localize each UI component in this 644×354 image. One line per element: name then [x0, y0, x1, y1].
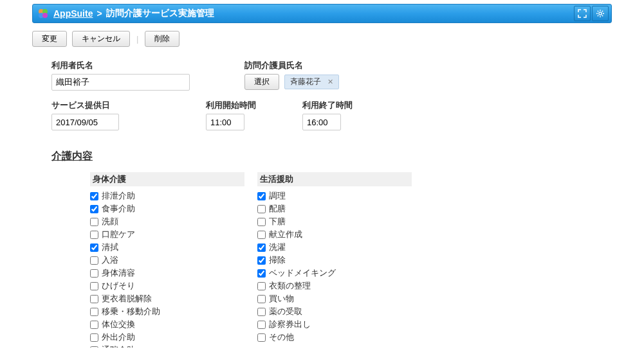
checkbox-label[interactable]: 清拭	[102, 242, 118, 253]
app-header: AppSuite > 訪問介護サービス実施管理	[32, 4, 612, 23]
checkbox[interactable]	[257, 269, 266, 278]
app-logo-icon	[37, 7, 50, 20]
checkbox[interactable]	[257, 295, 266, 303]
check-item: 入浴	[90, 254, 244, 266]
checkbox[interactable]	[90, 321, 98, 329]
checkbox-label[interactable]: 献立作成	[269, 229, 302, 240]
checkbox-label[interactable]: 口腔ケア	[102, 229, 135, 240]
user-label: 利用者氏名	[51, 60, 219, 71]
life-support-list: 調理配膳下膳献立作成洗濯掃除ベッドメイキング衣類の整理買い物薬の受取診察券出しそ…	[257, 190, 412, 343]
check-item: 掃除	[257, 254, 412, 266]
row-names: 利用者氏名 訪問介護員氏名 選択 斉藤花子 ✕	[51, 60, 593, 91]
checkbox[interactable]	[257, 231, 266, 239]
checkbox-label[interactable]: ベッドメイキング	[269, 267, 336, 279]
checkbox-label[interactable]: 診察券出し	[269, 319, 311, 330]
checkbox-label[interactable]: 衣類の整理	[269, 280, 311, 292]
checkbox-label[interactable]: 身体清容	[102, 267, 135, 279]
settings-button[interactable]	[592, 6, 609, 21]
checkbox[interactable]	[257, 218, 266, 226]
checkbox-label[interactable]: 薬の受取	[269, 306, 302, 317]
checkbox-label[interactable]: 掃除	[269, 254, 286, 266]
checkbox[interactable]	[90, 308, 98, 316]
check-item: 調理	[257, 190, 412, 202]
field-start-time: 利用開始時間	[206, 100, 277, 130]
checkbox[interactable]	[90, 243, 98, 252]
end-time-input[interactable]	[302, 114, 341, 130]
checkbox-label[interactable]: ひげそり	[102, 280, 135, 292]
select-helper-button[interactable]: 選択	[244, 74, 279, 90]
checkbox-label[interactable]: 通院介助	[102, 344, 135, 348]
svg-point-4	[599, 12, 602, 15]
checkbox[interactable]	[90, 295, 98, 303]
checkbox[interactable]	[90, 346, 98, 348]
svg-point-3	[42, 13, 48, 18]
content-scroll[interactable]: 利用者氏名 訪問介護員氏名 選択 斉藤花子 ✕ サービス提供日	[0, 52, 644, 348]
helper-row: 選択 斉藤花子 ✕	[244, 74, 339, 90]
checkbox-label[interactable]: 洗濯	[269, 242, 286, 253]
user-input[interactable]	[51, 74, 190, 91]
checkbox-label[interactable]: 下膳	[269, 216, 286, 227]
check-item: ひげそり	[90, 280, 244, 292]
check-item: 買い物	[257, 293, 412, 305]
check-item: 口腔ケア	[90, 229, 244, 240]
check-item: 食事介助	[90, 203, 244, 215]
delete-button[interactable]: 削除	[145, 31, 179, 47]
checkbox[interactable]	[257, 205, 266, 213]
field-end-time: 利用終了時間	[302, 100, 373, 130]
check-item: 更衣着脱解除	[90, 293, 244, 305]
checkbox-label[interactable]: 食事介助	[102, 203, 135, 215]
checkbox-label[interactable]: 買い物	[269, 293, 294, 305]
cancel-button[interactable]: キャンセル	[72, 31, 130, 47]
checkbox[interactable]	[90, 333, 98, 342]
checkbox[interactable]	[257, 282, 266, 290]
checkbox[interactable]	[257, 192, 266, 200]
checkbox[interactable]	[90, 192, 98, 200]
field-user: 利用者氏名	[51, 60, 219, 91]
checkbox[interactable]	[90, 269, 98, 278]
form-content: 利用者氏名 訪問介護員氏名 選択 斉藤花子 ✕ サービス提供日	[0, 52, 644, 348]
life-support-column: 生活援助 調理配膳下膳献立作成洗濯掃除ベッドメイキング衣類の整理買い物薬の受取診…	[257, 172, 412, 348]
care-columns: 身体介護 排泄介助食事介助洗顔口腔ケア清拭入浴身体清容ひげそり更衣着脱解除移乗・…	[90, 172, 593, 348]
check-item: 配膳	[257, 203, 412, 215]
checkbox-label[interactable]: 配膳	[269, 203, 286, 215]
checkbox-label[interactable]: 排泄介助	[102, 190, 135, 202]
checkbox[interactable]	[257, 321, 266, 329]
checkbox-label[interactable]: 体位交換	[102, 319, 135, 330]
checkbox-label[interactable]: 外出介助	[102, 332, 135, 343]
fullscreen-button[interactable]	[574, 6, 591, 21]
life-support-header: 生活援助	[257, 172, 412, 186]
checkbox-label[interactable]: 入浴	[102, 254, 118, 266]
date-input[interactable]	[51, 114, 119, 130]
start-time-input[interactable]	[206, 114, 244, 130]
update-button[interactable]: 変更	[32, 31, 67, 47]
app-title-link[interactable]: AppSuite	[53, 8, 93, 19]
checkbox[interactable]	[90, 205, 98, 213]
checkbox[interactable]	[90, 231, 98, 239]
checkbox-label[interactable]: 洗顔	[102, 216, 118, 227]
checkbox[interactable]	[257, 308, 266, 316]
helper-chip-label: 斉藤花子	[290, 76, 321, 87]
checkbox-label[interactable]: 更衣着脱解除	[102, 293, 152, 305]
row-datetime: サービス提供日 利用開始時間 利用終了時間	[51, 100, 593, 130]
helper-chip: 斉藤花子 ✕	[284, 75, 339, 89]
toolbar-separator: |	[136, 34, 138, 44]
field-date: サービス提供日	[51, 100, 180, 130]
checkbox[interactable]	[257, 243, 266, 252]
checkbox[interactable]	[90, 256, 98, 265]
chip-remove-icon[interactable]: ✕	[327, 78, 333, 86]
end-time-label: 利用終了時間	[302, 100, 373, 111]
check-item: 排泄介助	[90, 190, 244, 202]
field-helper: 訪問介護員氏名 選択 斉藤花子 ✕	[244, 60, 339, 91]
checkbox-label[interactable]: 移乗・移動介助	[102, 306, 160, 317]
checkbox[interactable]	[90, 218, 98, 226]
header-actions	[574, 6, 609, 21]
body-care-header: 身体介護	[90, 172, 244, 186]
check-item: 診察券出し	[257, 319, 412, 330]
check-item: その他	[257, 332, 412, 343]
checkbox-label[interactable]: 調理	[269, 190, 286, 202]
checkbox[interactable]	[257, 333, 266, 342]
check-item: 移乗・移動介助	[90, 306, 244, 317]
checkbox[interactable]	[90, 282, 98, 290]
checkbox-label[interactable]: その他	[269, 332, 294, 343]
checkbox[interactable]	[257, 256, 266, 265]
